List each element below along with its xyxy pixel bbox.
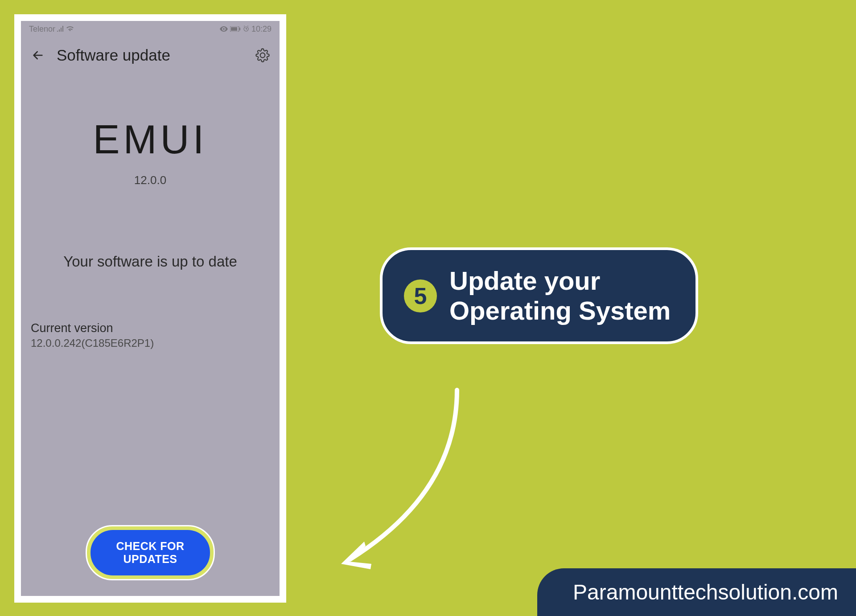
emui-logo-text: EMUI xyxy=(93,117,208,162)
phone-screen: Telenor 10:29 xyxy=(21,21,280,596)
wifi-icon xyxy=(66,25,74,34)
check-updates-button[interactable]: CHECK FOR UPDATES xyxy=(91,530,210,575)
step-text-line2: Operating System xyxy=(449,296,671,326)
nav-bar: Software update xyxy=(21,36,280,76)
carrier-label: Telenor xyxy=(29,25,55,34)
current-version-block[interactable]: Current version 12.0.0.242(C185E6R2P1) xyxy=(21,321,280,349)
phone-frame: Telenor 10:29 xyxy=(14,14,286,603)
emui-logo: EMUI xyxy=(21,117,280,163)
step-text: Update your Operating System xyxy=(449,266,671,325)
arrow-icon xyxy=(332,386,475,577)
emui-version: 12.0.0 xyxy=(21,173,280,187)
back-icon[interactable] xyxy=(31,48,45,62)
svg-rect-2 xyxy=(239,28,240,30)
step-text-line1: Update your xyxy=(449,266,671,296)
brand-ribbon: Paramounttechsolution.com xyxy=(537,568,856,616)
status-bar: Telenor 10:29 xyxy=(21,21,280,36)
eye-icon xyxy=(220,25,228,34)
battery-icon xyxy=(230,25,241,34)
current-version-label: Current version xyxy=(31,321,270,335)
gear-icon[interactable] xyxy=(255,48,270,62)
page-title: Software update xyxy=(57,46,244,64)
status-bar-right: 10:29 xyxy=(220,25,272,34)
step-callout: 5 Update your Operating System xyxy=(380,247,698,344)
status-bar-left: Telenor xyxy=(29,25,74,34)
current-version-value: 12.0.0.242(C185E6R2P1) xyxy=(31,337,270,349)
update-status-message: Your software is up to date xyxy=(21,253,280,270)
svg-rect-1 xyxy=(231,27,237,31)
step-number-badge: 5 xyxy=(404,279,437,312)
alarm-icon xyxy=(243,25,249,34)
signal-icon xyxy=(57,25,64,34)
check-updates-highlight: CHECK FOR UPDATES xyxy=(86,525,215,580)
clock-time: 10:29 xyxy=(251,25,272,34)
